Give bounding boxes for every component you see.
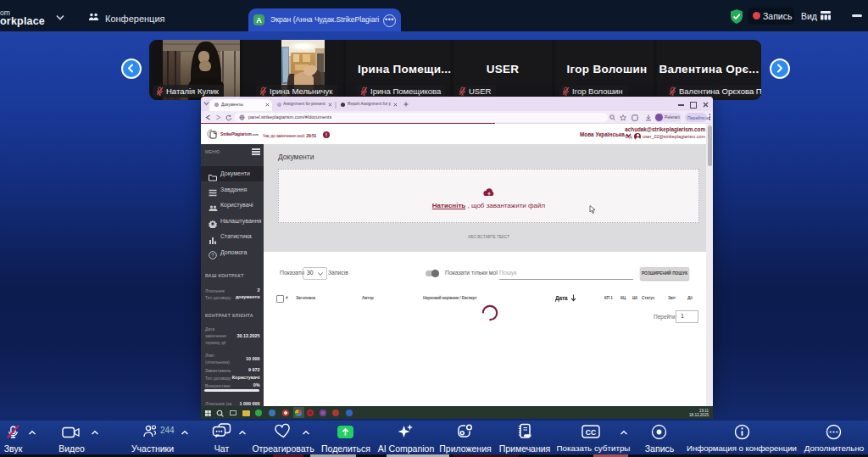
svg-text:?: ? [211, 253, 214, 258]
svg-text:CC: CC [586, 428, 596, 437]
